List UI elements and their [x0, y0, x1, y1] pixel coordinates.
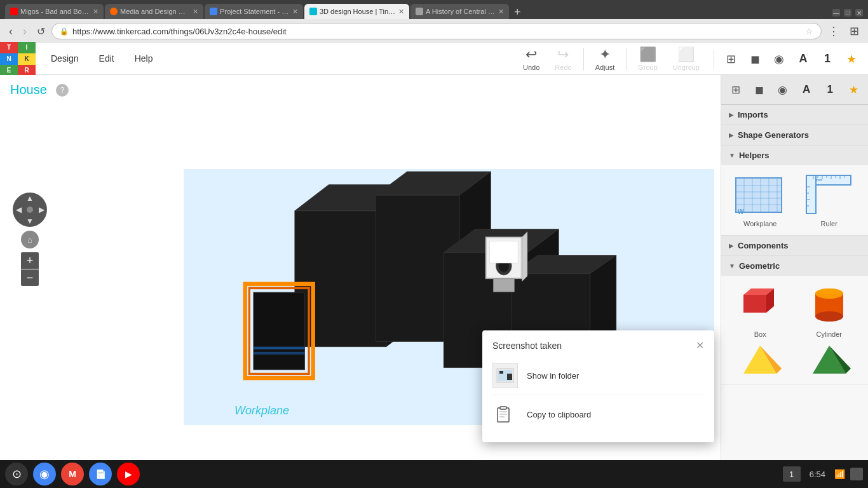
- taskbar-system-tray[interactable]: [850, 468, 863, 480]
- panel-toggle-button[interactable]: ›: [721, 255, 721, 280]
- cylinder-preview: [804, 283, 855, 328]
- tab-close[interactable]: ✕: [193, 8, 198, 16]
- letter-a-icon[interactable]: A: [793, 49, 813, 69]
- nav-up-arrow[interactable]: ▲: [26, 194, 34, 203]
- help-button[interactable]: ?: [56, 84, 69, 97]
- tinkercad-logo[interactable]: T I N K E R: [0, 42, 36, 78]
- svg-rect-66: [498, 408, 509, 422]
- ruler-item[interactable]: mm Ruler: [798, 173, 861, 227]
- nav-right-arrow[interactable]: ▶: [39, 205, 44, 214]
- redo-button[interactable]: ↪ Redo: [548, 44, 578, 74]
- nav-edit[interactable]: Edit: [89, 43, 125, 74]
- panel-star-icon[interactable]: ★: [843, 79, 864, 100]
- ungroup-label: Ungroup: [673, 64, 700, 71]
- panel-grid-icon[interactable]: ⊞: [725, 79, 747, 100]
- tab-project[interactable]: Project Statement - Goo... ✕: [205, 4, 303, 19]
- panel-cube-icon[interactable]: ◼: [749, 79, 770, 100]
- pyramid-yellow-item[interactable]: [729, 344, 792, 376]
- panel-letter-a-icon[interactable]: A: [796, 79, 817, 100]
- components-section-header[interactable]: ▶ Components: [721, 236, 868, 255]
- tab-history[interactable]: A History of Central Ban... ✕: [410, 4, 509, 19]
- shape-generators-header[interactable]: ▶ Shape Generators: [721, 125, 868, 145]
- tab-close[interactable]: ✕: [292, 8, 298, 16]
- star-icon[interactable]: ★: [841, 49, 862, 69]
- app-layout: T I N K E R Design Edit Help ↩ Undo ↪ Re…: [0, 43, 868, 460]
- ungroup-button[interactable]: ⬜ Ungroup: [667, 44, 706, 74]
- zoom-in-button[interactable]: +: [21, 252, 39, 269]
- notification-title: Screenshot taken: [492, 341, 562, 351]
- tab-close[interactable]: ✕: [398, 8, 404, 16]
- cube-view-icon[interactable]: ◼: [745, 49, 765, 69]
- pyramid-green-item[interactable]: [798, 344, 861, 376]
- workplane-item[interactable]: W Workplane: [729, 173, 792, 227]
- svg-rect-36: [806, 175, 816, 214]
- panel-sphere-icon[interactable]: ◉: [772, 79, 794, 100]
- minimize-button[interactable]: —: [832, 9, 840, 17]
- helpers-arrow-icon: ▼: [729, 152, 735, 159]
- helpers-section-header[interactable]: ▼ Helpers: [721, 146, 868, 165]
- refresh-button[interactable]: ↺: [33, 24, 49, 39]
- cylinder-item[interactable]: Cylinder: [798, 283, 861, 338]
- components-label: Components: [738, 241, 788, 250]
- notification-close-button[interactable]: ✕: [696, 339, 704, 351]
- taskbar-start-button[interactable]: ⊙: [5, 463, 28, 485]
- tab-close[interactable]: ✕: [498, 8, 504, 16]
- nav-down-arrow[interactable]: ▼: [26, 217, 34, 226]
- back-button[interactable]: ‹: [5, 24, 17, 39]
- ruler-preview: mm: [804, 173, 855, 217]
- close-button[interactable]: ✕: [855, 9, 863, 17]
- taskbar-gmail-button[interactable]: M: [61, 463, 84, 485]
- zoom-controls: + −: [21, 252, 39, 286]
- ungroup-icon: ⬜: [677, 46, 695, 63]
- zoom-out-button[interactable]: −: [21, 269, 39, 286]
- adjust-icon: ✦: [599, 46, 611, 63]
- maximize-button[interactable]: □: [844, 9, 851, 17]
- svg-rect-63: [499, 371, 503, 374]
- taskbar-chrome-button[interactable]: ◉: [33, 463, 56, 485]
- extensions-icon[interactable]: ⋮: [824, 23, 843, 39]
- address-bar[interactable]: 🔒 https://www.tinkercad.com/things/06Uv3…: [51, 23, 822, 39]
- workplane-preview: W: [735, 173, 785, 217]
- undo-button[interactable]: ↩ Undo: [517, 44, 546, 74]
- grid-view-icon[interactable]: ⊞: [721, 49, 741, 69]
- tab-youtube[interactable]: Migos - Bad and Bou... ✕: [5, 4, 104, 19]
- sphere-view-icon[interactable]: ◉: [769, 49, 789, 69]
- nav-pan-control[interactable]: ▲ ◀ ▶ ▼: [13, 193, 47, 227]
- tab-media[interactable]: Media and Design Elec... ✕: [105, 4, 203, 19]
- nav-help[interactable]: Help: [125, 43, 163, 74]
- main-content: House ? ▲ ◀ ▶ ▼ ⌂ + −: [0, 75, 868, 460]
- shape-generators-arrow-icon: ▶: [729, 132, 734, 139]
- home-view-button[interactable]: ⌂: [21, 231, 39, 248]
- adjust-button[interactable]: ✦ Adjust: [589, 44, 621, 74]
- box-item[interactable]: Box: [729, 283, 792, 338]
- cylinder-item-label: Cylinder: [817, 330, 842, 338]
- project-title[interactable]: House: [10, 83, 47, 97]
- svg-rect-15: [254, 347, 305, 349]
- panel-number-1-icon[interactable]: 1: [819, 79, 841, 100]
- browser-chrome: Migos - Bad and Bou... ✕ Media and Desig…: [0, 0, 868, 19]
- geometric-section-header[interactable]: ▼ Geometric: [721, 256, 868, 276]
- svg-point-55: [815, 311, 843, 322]
- forward-button[interactable]: ›: [19, 24, 31, 39]
- show-in-folder-action[interactable]: Show in folder: [492, 356, 704, 395]
- copy-to-clipboard-action[interactable]: Copy to clipboard: [492, 395, 704, 433]
- taskbar-docs-button[interactable]: 📄: [89, 463, 112, 485]
- taskbar-youtube-button[interactable]: ▶: [117, 463, 140, 485]
- group-button[interactable]: ⬛ Group: [632, 44, 664, 74]
- new-tab-button[interactable]: +: [510, 6, 525, 19]
- tinkercad-header: T I N K E R Design Edit Help ↩ Undo ↪ Re…: [0, 43, 868, 75]
- nav-left-arrow[interactable]: ◀: [16, 205, 22, 214]
- number-1-icon[interactable]: 1: [817, 49, 837, 69]
- grid-menu-icon[interactable]: ⊞: [846, 23, 863, 39]
- tab-label: 3D design House | Tinke...: [320, 8, 396, 15]
- tab-close[interactable]: ✕: [93, 8, 98, 16]
- nav-design[interactable]: Design: [41, 43, 89, 74]
- screenshot-thumbnail: [492, 363, 518, 388]
- tab-tinkercad[interactable]: 3D design House | Tinke... ✕: [304, 4, 409, 19]
- nav-center[interactable]: [27, 207, 33, 213]
- svg-rect-14: [254, 292, 305, 370]
- bookmark-icon[interactable]: ☆: [805, 26, 813, 36]
- imports-section-header[interactable]: ▶ Imports: [721, 105, 868, 125]
- taskbar-time: 6:54: [806, 470, 829, 479]
- workplane-item-label: Workplane: [743, 220, 776, 227]
